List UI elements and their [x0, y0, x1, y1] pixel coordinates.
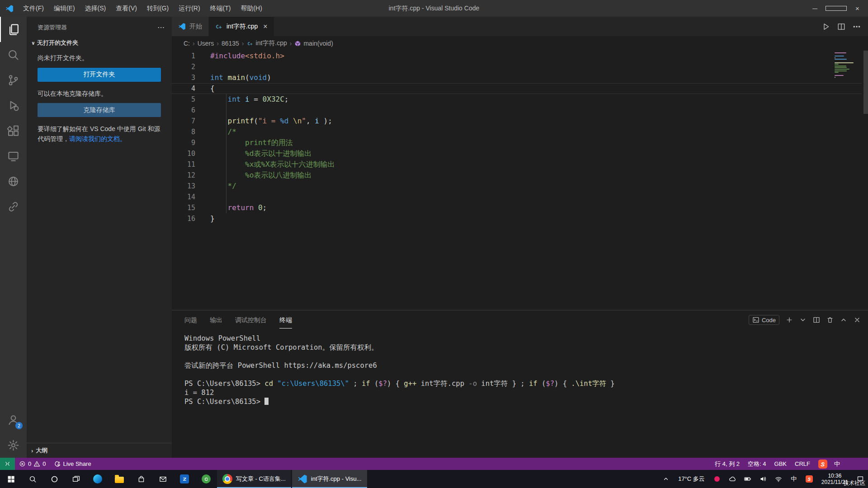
minimap[interactable] — [835, 52, 861, 79]
close-panel-button[interactable] — [854, 316, 861, 324]
taskbar-clock[interactable]: 10:362021/11/21 — [817, 473, 853, 485]
activity-settings[interactable] — [0, 432, 27, 458]
taskbar-window-vscode[interactable]: int字符.cpp - Visu... — [292, 470, 367, 488]
taskbar-search[interactable] — [22, 470, 43, 488]
menu-terminal[interactable]: 终端(T) — [205, 0, 236, 17]
taskbar-window-chrome[interactable]: 写文章 - C语言集... — [217, 470, 291, 488]
activity-extensions[interactable] — [0, 118, 27, 143]
menu-selection[interactable]: 选择(S) — [80, 0, 111, 17]
tray-volume-icon[interactable] — [755, 475, 771, 483]
vscode-icon — [297, 474, 307, 484]
problems-status[interactable]: 00 — [15, 458, 50, 470]
panel-tab-terminal[interactable]: 终端 — [279, 312, 292, 328]
svg-text:C+: C+ — [247, 41, 253, 46]
chevron-down-icon: ∨ — [31, 40, 35, 46]
menu-view[interactable]: 查看(V) — [111, 0, 142, 17]
code-line-6: 6 — [172, 105, 868, 116]
panel-tab-problems[interactable]: 问题 — [184, 312, 197, 328]
activity-run-debug[interactable] — [0, 93, 27, 118]
minimize-button[interactable]: ─ — [804, 0, 826, 17]
breadcrumb-separator: › — [216, 40, 220, 47]
taskbar-task-view[interactable] — [65, 470, 87, 488]
tray-reddot-icon[interactable] — [709, 475, 725, 483]
activity-explorer[interactable] — [0, 17, 27, 42]
git-doc-link[interactable]: 请阅读我们的文档。 — [69, 135, 126, 142]
taskbar-file-explorer[interactable] — [108, 470, 130, 488]
split-editor-button[interactable] — [837, 23, 845, 31]
breadcrumb-item[interactable]: C: — [184, 40, 190, 47]
panel-tab-debug-console[interactable]: 调试控制台 — [235, 312, 267, 328]
breadcrumb-item[interactable]: Users — [198, 40, 214, 47]
tray-wifi-icon[interactable] — [771, 475, 786, 483]
vscode-window: 文件(F)编辑(E)选择(S)查看(V)转到(G)运行(R)终端(T)帮助(H)… — [0, 0, 868, 488]
run-button[interactable] — [822, 23, 830, 31]
encoding-status[interactable]: GBK — [770, 458, 791, 470]
close-tab-icon[interactable]: × — [263, 23, 267, 31]
panel-tab-output[interactable]: 输出 — [210, 312, 222, 328]
sidebar-more-actions-icon[interactable]: ⋯ — [157, 23, 165, 32]
tray-csdn-icon[interactable] — [802, 475, 817, 483]
close-button[interactable]: × — [847, 0, 868, 17]
edge-icon — [93, 474, 102, 483]
cursor-position-status[interactable]: 行 4, 列 2 — [711, 458, 744, 470]
remote-indicator[interactable] — [0, 458, 15, 470]
search-icon — [29, 475, 37, 483]
breadcrumb-item[interactable]: C+int字符.cpp — [247, 39, 287, 47]
kill-terminal-button[interactable] — [826, 316, 834, 324]
weather-widget[interactable]: 17°C 多云 — [674, 475, 709, 483]
editor-scrollbar[interactable] — [863, 51, 868, 114]
terminal-line — [184, 352, 868, 361]
line-number: 10 — [172, 148, 195, 159]
taskbar-store[interactable] — [130, 470, 152, 488]
menu-run[interactable]: 运行(R) — [174, 0, 205, 17]
clone-repo-button[interactable]: 克隆存储库 — [38, 103, 161, 117]
tab-welcome[interactable]: 开始 — [172, 17, 209, 36]
breadcrumb-item[interactable]: 86135 — [222, 40, 239, 47]
activity-search[interactable] — [0, 42, 27, 67]
taskbar-cortana[interactable] — [43, 470, 65, 488]
taskbar-window-label: int字符.cpp - Visu... — [311, 475, 362, 483]
taskbar-app-blue[interactable] — [174, 470, 195, 488]
terminal[interactable]: Windows PowerShell版权所有 (C) Microsoft Cor… — [172, 329, 868, 458]
tray-cloud-icon[interactable] — [725, 475, 740, 483]
taskbar-mail[interactable] — [152, 470, 174, 488]
tray-ime-indicator[interactable]: 中 — [786, 475, 802, 483]
maximize-panel-button[interactable] — [840, 316, 847, 324]
more-actions-button[interactable] — [853, 23, 861, 31]
new-terminal-button[interactable] — [786, 316, 793, 324]
activity-source-control[interactable] — [0, 67, 27, 93]
activity-live-share[interactable] — [0, 169, 27, 194]
split-terminal-button[interactable] — [813, 316, 820, 324]
terminal-profile-button[interactable]: Code — [749, 315, 779, 325]
ime-toolbar: 中 — [831, 458, 868, 470]
menu-file[interactable]: 文件(F) — [18, 0, 49, 17]
menu-edit[interactable]: 编辑(E) — [49, 0, 80, 17]
show-hidden-icons[interactable] — [658, 475, 674, 483]
activity-share[interactable] — [0, 194, 27, 219]
sidebar-section-no-folder[interactable]: ∨ 无打开的文件夹 — [27, 36, 172, 50]
menu-go[interactable]: 转到(G) — [142, 0, 174, 17]
notification-center-icon[interactable] — [853, 475, 868, 483]
indentation-status[interactable]: 空格: 4 — [744, 458, 770, 470]
open-folder-button[interactable]: 打开文件夹 — [38, 68, 161, 82]
ime-mode-indicator[interactable]: 中 — [831, 460, 843, 468]
sidebar-section-outline[interactable]: › 大纲 — [27, 443, 172, 458]
live-share-status[interactable]: Live Share — [50, 458, 95, 470]
code-editor[interactable]: 1#include<stdio.h>23int main(void)4{5 in… — [172, 51, 868, 310]
chevron-right-icon: › — [31, 447, 33, 454]
eol-status[interactable]: CRLF — [791, 458, 814, 470]
activity-accounts[interactable]: 2 — [0, 407, 27, 432]
maximize-button[interactable] — [826, 0, 847, 17]
taskbar-app-green[interactable] — [195, 470, 217, 488]
taskbar-edge[interactable] — [87, 470, 108, 488]
taskbar-start[interactable] — [0, 470, 22, 488]
terminal-dropdown-icon[interactable] — [799, 316, 807, 324]
tab-int-file[interactable]: C+int字符.cpp× — [209, 17, 274, 36]
breadcrumb-item[interactable]: main(void) — [294, 40, 333, 47]
activity-remote-explorer[interactable] — [0, 143, 27, 169]
code-line-5: 5 int i = 0X32C; — [172, 94, 868, 105]
line-number: 2 — [172, 61, 195, 72]
terminal-line: 版权所有 (C) Microsoft Corporation。保留所有权利。 — [184, 343, 868, 352]
tray-battery-icon[interactable] — [740, 475, 755, 483]
menu-help[interactable]: 帮助(H) — [236, 0, 267, 17]
